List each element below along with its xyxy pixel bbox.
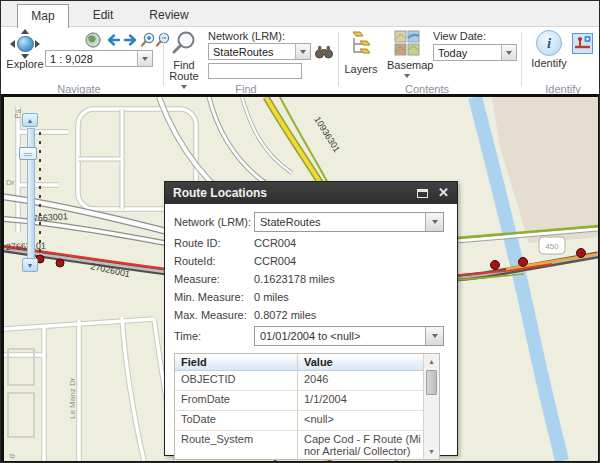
route-locations-dialog: Route Locations ✕ Network (LRM): StateRo… <box>164 181 458 456</box>
dialog-time-label: Time: <box>174 330 254 342</box>
layers-button[interactable]: Layers <box>342 30 380 76</box>
ribbon-network-value: StateRoutes <box>209 44 295 59</box>
cell-value: 2046 <box>298 371 423 390</box>
table-scrollbar[interactable]: ▲ ▼ <box>423 354 439 459</box>
find-route-label-line2: Route <box>164 71 204 82</box>
explore-button[interactable]: Explore <box>3 29 47 77</box>
layers-tree-icon <box>346 30 376 60</box>
identify-route-locations-tool-button[interactable] <box>572 33 593 54</box>
field-label: Measure: <box>174 273 254 285</box>
maximize-icon[interactable] <box>417 189 428 198</box>
table-row[interactable]: FromDate 1/1/2004 <box>175 391 423 411</box>
cell-field: FromDate <box>175 391 298 410</box>
close-icon[interactable]: ✕ <box>438 188 449 198</box>
view-date-label: View Date: <box>433 30 486 42</box>
tab-review[interactable]: Review <box>140 4 198 28</box>
ribbon-network-lrm-label: Network (LRM): <box>208 30 285 42</box>
map-scale-combobox[interactable]: 1 : 9,028 <box>45 50 153 67</box>
full-extent-globe-icon[interactable] <box>85 32 101 48</box>
field-label: Min. Measure: <box>174 291 254 303</box>
scrollbar-thumb[interactable] <box>426 370 437 395</box>
dialog-title: Route Locations <box>165 186 417 200</box>
find-route-button[interactable]: Find Route <box>164 30 204 90</box>
zoom-slider-up-button[interactable]: ▲ <box>22 113 38 127</box>
route-id-search-input[interactable] <box>208 63 302 79</box>
dialog-body: Network (LRM): StateRoutes Route ID: CCR… <box>165 204 457 460</box>
dialog-time-value: 01/01/2004 to <null> <box>255 327 425 345</box>
previous-extent-arrow-icon[interactable] <box>105 32 121 48</box>
field-label: Max. Measure: <box>174 309 254 321</box>
dialog-network-combobox[interactable]: StateRoutes <box>254 212 444 232</box>
dialog-time-combobox[interactable]: 01/01/2004 to <null> <box>254 326 444 346</box>
ribbon-network-dropdown-button[interactable] <box>295 44 310 59</box>
caret-down-icon <box>142 57 148 61</box>
field-value: 0.1623178 miles <box>254 273 335 285</box>
map-scale-dropdown-button[interactable] <box>137 51 152 66</box>
fixed-zoom-in-icon[interactable] <box>140 32 156 48</box>
caret-down-icon <box>432 334 438 338</box>
view-date-dropdown-button[interactable] <box>501 45 516 60</box>
column-header-value[interactable]: Value <box>298 354 423 370</box>
street-label-dr: Dr <box>6 178 15 187</box>
basemap-label: Basemap <box>387 60 427 71</box>
map-shield-number: 450 <box>545 242 559 251</box>
ribbon: Map Edit Review Explore <box>1 1 599 96</box>
cell-value: <null> <box>298 411 423 430</box>
caret-down-icon <box>300 50 306 54</box>
street-label-le-manz-dr: Le Manz Dr <box>68 377 77 419</box>
basemap-button[interactable]: Basemap <box>387 30 427 88</box>
column-header-field[interactable]: Field <box>175 354 298 370</box>
group-separator <box>338 32 339 86</box>
identify-button[interactable]: i Identify <box>529 29 569 75</box>
map-scale-value: 1 : 9,028 <box>46 51 137 66</box>
field-value: 0.8072 miles <box>254 309 316 321</box>
tab-map[interactable]: Map <box>17 4 69 28</box>
next-extent-arrow-icon[interactable] <box>123 32 139 48</box>
identify-route-locations-icon <box>573 34 592 53</box>
field-label: Route ID: <box>174 237 254 249</box>
identify-info-icon: i <box>536 30 562 56</box>
zoom-slider-ticks <box>39 132 41 254</box>
cell-value: Cape Cod - F Route (Mi nor Arterial/ Col… <box>298 431 423 459</box>
dialog-network-dropdown-button[interactable] <box>425 213 443 231</box>
dialog-network-value: StateRoutes <box>255 213 425 231</box>
cell-field: Route_System <box>175 431 298 459</box>
ribbon-network-combobox[interactable]: StateRoutes <box>208 43 311 60</box>
map-route-shield: 450 <box>539 237 565 254</box>
binoculars-search-icon[interactable] <box>315 44 333 59</box>
dialog-network-label: Network (LRM): <box>174 216 254 228</box>
field-value: 0 miles <box>254 291 289 303</box>
dialog-titlebar[interactable]: Route Locations ✕ <box>165 182 457 204</box>
field-label: RouteId: <box>174 255 254 267</box>
caret-down-icon <box>181 85 187 89</box>
zoom-slider-down-button[interactable]: ▼ <box>22 258 38 272</box>
cell-field: ToDate <box>175 411 298 430</box>
zoom-slider-thumb[interactable] <box>19 147 37 160</box>
caret-down-icon <box>506 51 512 55</box>
scroll-up-icon[interactable]: ▲ <box>424 358 439 365</box>
ribbon-tab-row: Map Edit Review <box>1 1 599 27</box>
scroll-down-icon[interactable]: ▼ <box>424 448 439 455</box>
group-separator <box>521 32 522 86</box>
view-date-combobox[interactable]: Today <box>433 44 517 61</box>
find-route-magnifier-icon <box>171 30 197 56</box>
view-date-value: Today <box>434 45 501 60</box>
field-value: CCR004 <box>254 255 296 267</box>
layers-label: Layers <box>342 64 380 75</box>
caret-down-icon <box>404 74 410 78</box>
cell-field: OBJECTID <box>175 371 298 390</box>
table-row[interactable]: ToDate <null> <box>175 411 423 431</box>
dialog-time-dropdown-button[interactable] <box>425 327 443 345</box>
event-editor-window: Map Edit Review Explore <box>0 0 600 463</box>
table-row[interactable]: OBJECTID 2046 <box>175 371 423 391</box>
tab-edit[interactable]: Edit <box>80 4 126 28</box>
attribute-table: Field Value OBJECTID 2046 FromDate 1/1/2… <box>174 353 440 460</box>
explore-pan-icon <box>10 29 40 59</box>
explore-label: Explore <box>3 59 47 70</box>
table-row[interactable]: Route_System Cape Cod - F Route (Mi nor … <box>175 431 423 459</box>
caret-down-icon <box>432 220 438 224</box>
ribbon-body: Explore <box>1 27 599 93</box>
field-value: CCR004 <box>254 237 296 249</box>
cell-value: 1/1/2004 <box>298 391 423 410</box>
attribute-table-header: Field Value <box>175 354 423 371</box>
